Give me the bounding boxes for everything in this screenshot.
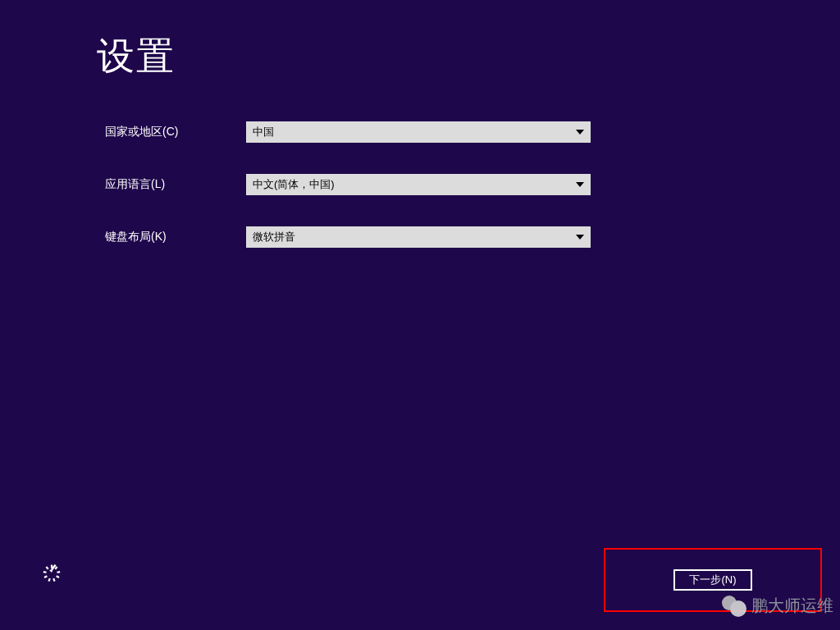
svg-rect-8 — [46, 566, 49, 569]
svg-rect-6 — [44, 575, 48, 578]
next-button-label: 下一步(N) — [689, 573, 736, 587]
select-language[interactable]: 中文(简体，中国) — [246, 174, 591, 195]
oobe-settings-screen: 设置 国家或地区(C) 中国 应用语言(L) 中文(简体，中国) 键盘布局(K)… — [0, 0, 840, 630]
row-country: 国家或地区(C) 中国 — [105, 121, 591, 143]
label-country: 国家或地区(C) — [105, 125, 246, 139]
chevron-down-icon — [576, 182, 584, 187]
chevron-down-icon — [576, 235, 584, 240]
page-title: 设置 — [97, 31, 176, 82]
svg-rect-4 — [52, 578, 55, 582]
select-keyboard[interactable]: 微软拼音 — [246, 226, 591, 248]
svg-rect-3 — [56, 575, 59, 578]
label-keyboard: 键盘布局(K) — [105, 230, 246, 244]
svg-marker-10 — [49, 568, 53, 573]
svg-rect-5 — [48, 578, 50, 582]
chevron-down-icon — [576, 130, 584, 135]
row-language: 应用语言(L) 中文(简体，中国) — [105, 174, 591, 195]
svg-rect-7 — [43, 571, 47, 573]
ease-of-access-button[interactable] — [39, 559, 64, 584]
select-country-value: 中国 — [253, 125, 274, 139]
next-button[interactable]: 下一步(N) — [673, 569, 752, 591]
select-language-value: 中文(简体，中国) — [253, 177, 335, 192]
row-keyboard: 键盘布局(K) 微软拼音 — [105, 226, 591, 248]
label-language: 应用语言(L) — [105, 177, 246, 192]
select-country[interactable]: 中国 — [246, 121, 591, 143]
select-keyboard-value: 微软拼音 — [253, 230, 295, 244]
settings-form: 国家或地区(C) 中国 应用语言(L) 中文(简体，中国) 键盘布局(K) 微软… — [105, 121, 591, 279]
ease-of-access-icon — [39, 559, 64, 584]
wechat-icon — [722, 596, 746, 617]
watermark: 鹏大师运维 — [722, 595, 833, 617]
svg-rect-2 — [57, 571, 60, 573]
watermark-text: 鹏大师运维 — [751, 595, 833, 617]
